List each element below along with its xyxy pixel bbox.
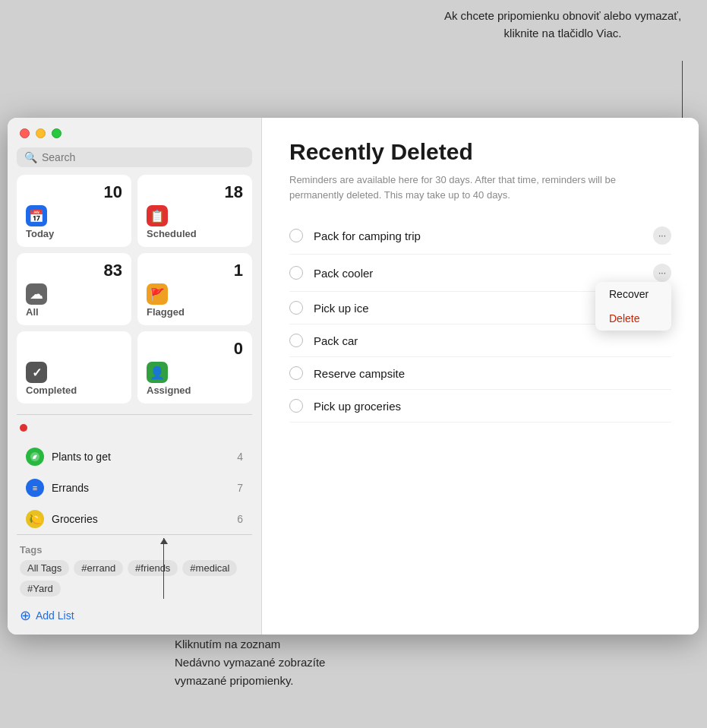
partial-item [8,418,261,438]
subtitle: Reminders are available here for 30 days… [289,173,654,202]
maximize-button[interactable] [52,128,62,138]
scheduled-icon: 📋 [147,205,168,226]
tag-errand[interactable]: #errand [74,560,123,576]
smart-list-scheduled[interactable]: 18 📋 Scheduled [137,175,252,247]
annotation-bottom: Kliknutím na zoznam Nedávno vymazané zob… [175,635,325,690]
list-items: Plants to get 4 ≡ Errands 7 🍋 Groceries … [8,438,261,531]
list-item-groceries[interactable]: 🍋 Groceries 6 [14,504,255,531]
tags-wrap: All Tags #errand #friends #medical #Yard [20,560,249,597]
assigned-label: Assigned [147,385,243,396]
tag-medical[interactable]: #medical [182,560,237,576]
reminder-text-4: Pack car [314,334,671,347]
annotation-top-text: Ak chcete pripomienku obnoviť alebo vyma… [444,9,681,40]
recover-button[interactable]: Recover [595,282,671,306]
reminder-row-5: Reserve campsite [289,357,671,390]
reminder-circle-2 [289,266,303,280]
today-count: 10 [104,182,122,202]
add-list-icon: ⊕ [20,607,31,624]
reminder-circle-6 [289,399,303,413]
completed-icon: ✓ [26,362,47,383]
groceries-count: 6 [237,513,243,525]
smart-list-today[interactable]: 10 📅 Today [17,175,131,247]
list-item-errands[interactable]: ≡ Errands 7 [14,473,255,503]
smart-lists-grid: 10 📅 Today 18 📋 Scheduled 83 ☁ All [8,175,261,411]
reminder-text-2: Pack cooler [314,267,653,280]
errands-label: Errands [52,482,229,494]
annotation-bottom-text: Kliknutím na zoznam Nedávno vymazané zob… [175,638,325,687]
page-title: Recently Deleted [289,139,671,165]
search-input[interactable] [42,151,245,163]
all-count: 83 [104,261,122,280]
today-label: Today [26,228,122,239]
add-list-label: Add List [36,609,74,622]
smart-list-completed[interactable]: ✓ Completed [17,331,131,404]
minimize-button[interactable] [36,128,46,138]
groceries-icon: 🍋 [26,510,44,528]
flagged-count: 1 [234,261,243,280]
groceries-label: Groceries [52,513,229,525]
add-list-row[interactable]: ⊕ Add List [8,601,261,635]
reminder-text-6: Pick up groceries [314,400,671,413]
plants-count: 4 [237,451,243,463]
reminder-circle-5 [289,366,303,380]
tags-label: Tags [20,544,249,555]
plants-icon [26,448,44,466]
search-icon: 🔍 [24,151,37,163]
tag-all[interactable]: All Tags [20,560,69,576]
errands-icon: ≡ [26,479,44,497]
context-menu: Recover Delete [595,282,671,331]
partial-icon [20,424,27,432]
titlebar [8,118,261,144]
assigned-count: 0 [234,339,243,359]
errands-count: 7 [237,482,243,494]
search-bar[interactable]: 🔍 [17,147,252,167]
tag-yard[interactable]: #Yard [20,581,61,597]
divider2 [17,534,252,535]
app-window: 🔍 10 📅 Today 18 📋 Scheduled 83 [8,118,699,635]
close-button[interactable] [20,128,30,138]
reminder-row-6: Pick up groceries [289,390,671,423]
more-button-1[interactable]: ··· [653,226,671,245]
sidebar: 🔍 10 📅 Today 18 📋 Scheduled 83 [8,118,262,635]
reminder-circle-1 [289,229,303,242]
tags-section: Tags All Tags #errand #friends #medical … [8,538,261,601]
reminder-circle-4 [289,334,303,347]
reminder-text-1: Pack for camping trip [314,229,653,242]
reminder-text-5: Reserve campsite [314,367,671,380]
reminder-row-2: Pack cooler ··· Recover Delete [289,255,671,292]
all-label: All [26,306,122,318]
smart-list-assigned[interactable]: 0 👤 Assigned [137,331,252,404]
flagged-icon: 🚩 [147,283,168,305]
completed-count [118,339,122,359]
annotation-top: Ak chcete pripomienku obnoviť alebo vyma… [441,8,684,42]
more-button-2[interactable]: ··· [653,264,671,282]
delete-button[interactable]: Delete [595,306,671,331]
reminder-circle-3 [289,301,303,315]
list-item-plants[interactable]: Plants to get 4 [14,442,255,472]
scheduled-label: Scheduled [147,228,243,239]
flagged-label: Flagged [147,306,243,318]
scheduled-count: 18 [225,182,243,202]
divider [17,414,252,415]
reminder-row-1: Pack for camping trip ··· [289,217,671,255]
plants-label: Plants to get [52,451,229,463]
main-content: Recently Deleted Reminders are available… [262,118,699,635]
assigned-icon: 👤 [147,362,168,383]
all-icon: ☁ [26,283,47,305]
smart-list-flagged[interactable]: 1 🚩 Flagged [137,253,252,325]
completed-label: Completed [26,385,122,396]
smart-list-all[interactable]: 83 ☁ All [17,253,131,325]
today-icon: 📅 [26,205,47,226]
annotation-bottom-line [163,538,164,599]
tag-friends[interactable]: #friends [128,560,178,576]
